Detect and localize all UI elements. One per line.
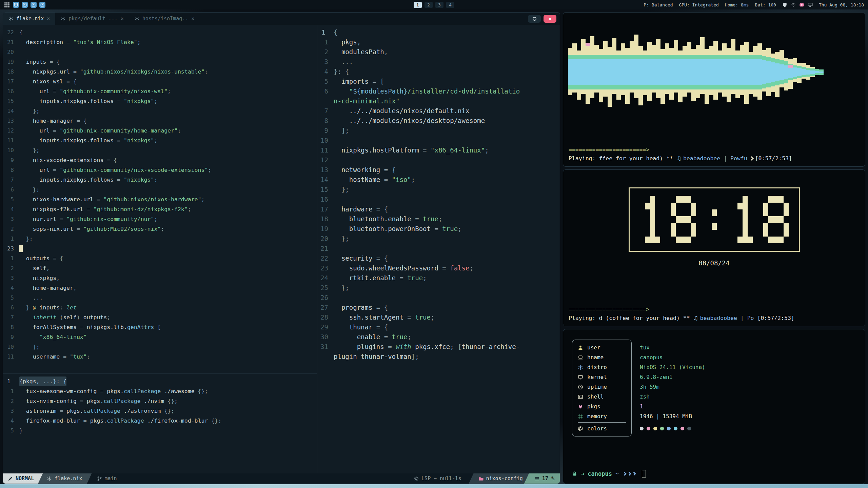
pinned-app-2-icon[interactable] [22, 2, 28, 8]
code-line: 8 url = "github:nix-community/nix-vscode… [3, 165, 317, 175]
code-line: 2 self, [3, 263, 317, 273]
code-line: 2 sops-nix.url = "github:Mic92/sops-nix"… [3, 224, 317, 234]
gear-icon [414, 476, 419, 481]
lsp-status: LSP ~ null-ls [414, 473, 461, 484]
code-line: 12 [317, 155, 560, 165]
lock-icon [572, 471, 577, 476]
sysinfo-label: colors [587, 425, 607, 432]
git-branch-icon [97, 476, 102, 481]
project-indicator[interactable]: nixos-config [469, 473, 530, 484]
fetch-terminal-window: userhnamedistrokerneluptimeshellpkgsmemo… [563, 329, 865, 484]
code-line: 13 networking = { [317, 165, 560, 175]
user-icon [578, 345, 583, 350]
tab-close-icon[interactable]: × [191, 16, 194, 22]
code-line: 20 }; [317, 234, 560, 244]
code-line: 21 [317, 244, 560, 253]
audio-visualizer [568, 18, 826, 126]
project-name-text: nixos-config [486, 475, 523, 482]
tag-3[interactable]: 3 [435, 2, 443, 8]
sysinfo-label: hname [587, 354, 604, 361]
datetime-text[interactable]: Thu Aug 08, 18:18 [819, 2, 864, 7]
color-dot [660, 427, 664, 430]
sysinfo-label: user [587, 344, 600, 351]
editor-pane-flake[interactable]: 22{21 description = "tux's NixOS Flake";… [3, 25, 317, 373]
code-line: 5} [3, 426, 317, 435]
git-branch[interactable]: main [97, 473, 117, 484]
tab-close-icon[interactable]: × [121, 16, 124, 22]
tag-1[interactable]: 1 [414, 2, 422, 8]
pinned-app-3-icon[interactable] [31, 2, 37, 8]
code-line: 18 nixpkgs.url = "github:nixos/nixpkgs/n… [3, 67, 317, 77]
nix-snowflake-icon [135, 16, 139, 21]
monitor-icon [578, 374, 583, 380]
sysinfo-row-user: user [578, 343, 626, 352]
nix-snowflake-icon [47, 476, 52, 481]
wifi-icon[interactable] [791, 2, 796, 7]
clock-window: 08/08/24 =======================> Playin… [563, 169, 865, 326]
sysinfo-label: pkgs [587, 403, 600, 410]
sysinfo-value-memory: 1946 | 15394 MiB [640, 413, 692, 420]
code-line: 3 astronvim = pkgs.callPackage ./astronv… [3, 406, 317, 416]
tag-2[interactable]: 2 [425, 2, 433, 8]
display-icon[interactable] [808, 2, 813, 7]
code-line: 19 inputs = { [3, 57, 317, 67]
pinned-app-4-icon[interactable] [39, 2, 45, 8]
now-playing: Playing: ffee for your head) ** ♫ beabad… [569, 155, 860, 162]
pinned-app-1-icon[interactable] [13, 2, 19, 8]
record-icon[interactable] [799, 2, 804, 7]
code-line: 18 bluetooth.enable = true; [317, 214, 560, 224]
theme-toggle-button[interactable] [528, 15, 541, 23]
branch-name-text: main [104, 475, 117, 482]
sysinfo-value-uptime: 3h 59m [640, 384, 659, 390]
code-line: 19 bluetooth.powerOnBoot = true; [317, 224, 560, 234]
tab-flake-nix[interactable]: flake.nix× [3, 13, 55, 25]
code-line: 5 imports = [ [317, 77, 560, 86]
code-line: 8 ../../modules/nixos/desktop/awesome [317, 116, 560, 126]
app-launcher-icon[interactable] [4, 2, 10, 8]
terminal-prompt[interactable]: → canopus ~ [563, 470, 865, 484]
code-line: 4 home-manager, [3, 283, 317, 293]
shield-icon[interactable] [782, 2, 787, 7]
tab-pkgs-default-[interactable]: pkgs/default ...× [55, 13, 129, 25]
code-line: 15 }; [317, 185, 560, 195]
now-playing: Playing: d (coffee for your head) ** ♫ b… [569, 315, 860, 321]
editor-pane-iso-image[interactable]: 1{1 pkgs,2 modulesPath,3 ...4}: {5 impor… [317, 25, 560, 473]
tab-label: pkgs/default ... [68, 16, 118, 22]
code-line: 1 outputs = { [3, 253, 317, 263]
editor-pane-pkgs-default[interactable]: 1{pkgs, ...}: {1 tux-awesome-wm-config =… [3, 373, 317, 473]
code-line: 25 }; [317, 283, 560, 293]
code-line: 10 ]; [3, 342, 317, 352]
tag-4[interactable]: 4 [446, 2, 454, 8]
code-line: n-cd-minimal.nix" [317, 96, 560, 106]
visualizer-window: =======================> Playing: ffee f… [563, 12, 865, 167]
prompt-chevrons-icon [622, 472, 636, 475]
code-line: 11 nixpkgs.hostPlatform = "x86_64-linux"… [317, 145, 560, 155]
clock-date: 08/08/24 [563, 259, 865, 267]
digital-clock [629, 187, 800, 252]
code-line: 9 nix-vscode-extensions = { [3, 155, 317, 165]
clock-icon [578, 384, 583, 390]
code-line: 23 sudo.wheelNeedsPassword = false; [317, 263, 560, 273]
toggle-circle-icon [533, 17, 536, 21]
code-line: 11 inputs.nixpkgs.follows = "nixpkgs"; [3, 136, 317, 145]
code-line: 22{ [3, 27, 317, 37]
code-line: 7 inputs.nixpkgs.follows = "nixpkgs"; [3, 175, 317, 185]
tab-hosts-isoimag-[interactable]: hosts/isoImag..× [129, 13, 200, 25]
mode-indicator: NORMAL [3, 473, 43, 484]
code-line: 24 rtkit.enable = true; [317, 273, 560, 283]
window-close-button[interactable]: × [544, 15, 556, 23]
file-name-text: flake.nix [55, 475, 82, 482]
code-line: 31 plugins = with pkgs.xfce; [thunar-arc… [317, 342, 560, 352]
sysinfo-row-hname: hname [578, 352, 626, 362]
hostname-text: canopus [588, 470, 612, 477]
code-line: 1 tux-awesome-wm-config = pkgs.callPacka… [3, 386, 317, 396]
status-segment-2: Home: 8ms [725, 2, 749, 7]
tab-label: flake.nix [16, 16, 44, 22]
color-dots [640, 424, 705, 433]
terminal-cursor[interactable] [642, 470, 646, 477]
code-line: 9 "x86_64-linux" [3, 332, 317, 342]
code-line: 8 forAllSystems = nixpkgs.lib.genAttrs [ [3, 322, 317, 332]
color-dot [680, 427, 684, 430]
tab-close-icon[interactable]: × [47, 16, 50, 22]
code-line: 15 inputs.nixpkgs.follows = "nixpkgs"; [3, 96, 317, 106]
